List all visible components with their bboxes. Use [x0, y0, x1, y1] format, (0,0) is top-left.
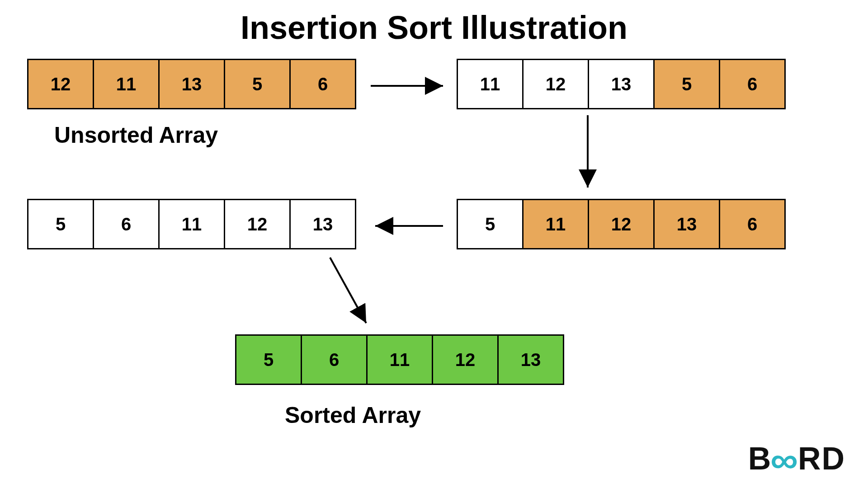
array-cell: 5 [235, 334, 302, 385]
array-cell: 5 [224, 59, 291, 109]
array-cell: 13 [497, 334, 564, 385]
sorted-label: Sorted Array [285, 402, 421, 428]
arrow-step1-to-step2 [371, 77, 448, 95]
array-cell: 11 [158, 199, 225, 249]
array-cell: 5 [653, 59, 720, 109]
array-final: 56111213 [235, 334, 564, 385]
array-cell: 12 [588, 199, 655, 249]
logo-infinity-icon: ∞ [770, 440, 799, 481]
board-logo: B∞RD [748, 438, 845, 479]
array-cell: 13 [653, 199, 720, 249]
array-cell: 12 [27, 59, 94, 109]
array-step1: 12111356 [27, 59, 356, 109]
arrow-step4-to-final [326, 255, 380, 330]
logo-letter-b: B [748, 441, 772, 477]
array-step4: 56111213 [27, 199, 356, 249]
array-cell: 11 [93, 59, 160, 109]
array-cell: 13 [289, 199, 356, 249]
array-cell: 6 [289, 59, 356, 109]
logo-letters-rd: RD [798, 441, 845, 477]
array-step2: 11121356 [457, 59, 786, 109]
array-step3: 51112136 [457, 199, 786, 249]
array-cell: 13 [158, 59, 225, 109]
svg-line-3 [330, 258, 366, 323]
array-cell: 12 [522, 59, 589, 109]
array-cell: 11 [457, 59, 524, 109]
array-cell: 5 [27, 199, 94, 249]
array-cell: 11 [522, 199, 589, 249]
array-cell: 6 [719, 59, 786, 109]
diagram-title: Insertion Sort Illustration [0, 9, 868, 46]
arrow-step3-to-step4 [371, 217, 448, 235]
array-cell: 5 [457, 199, 524, 249]
array-cell: 12 [224, 199, 291, 249]
array-cell: 12 [432, 334, 499, 385]
array-cell: 6 [93, 199, 160, 249]
array-cell: 13 [588, 59, 655, 109]
array-cell: 6 [301, 334, 368, 385]
unsorted-label: Unsorted Array [54, 122, 218, 148]
array-cell: 11 [366, 334, 433, 385]
arrow-step2-to-step3 [579, 115, 597, 192]
array-cell: 6 [719, 199, 786, 249]
